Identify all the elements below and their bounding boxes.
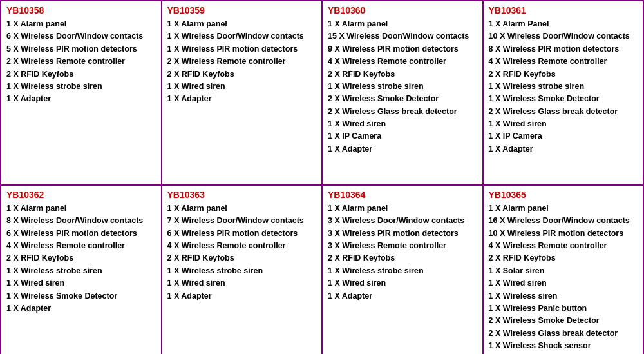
list-item: 5 X Wireless PIR motion detectors xyxy=(6,43,156,55)
list-item: 1 X Wireless strobe siren xyxy=(6,81,156,93)
list-item: 1 X Alarm Panel xyxy=(489,18,638,30)
list-item: 1 X Adapter xyxy=(167,290,317,302)
cell-YB10361: YB103611 X Alarm Panel10 X Wireless Door… xyxy=(484,1,645,186)
list-item: 1 X Wireless Smoke Detector xyxy=(6,290,156,302)
list-item: 10 X Wireless PIR motion detectors xyxy=(489,228,638,240)
list-item: 1 X Wired siren xyxy=(489,118,638,130)
list-item: 1 X Wireless Door/Window contacts xyxy=(167,30,317,43)
list-item: 3 X Wireless Door/Window contacts xyxy=(328,215,477,227)
list-item: 1 X Wired siren xyxy=(489,277,638,290)
cell-YB10358: YB103581 X Alarm panel6 X Wireless Door/… xyxy=(1,1,162,186)
list-item: 1 X Solar siren xyxy=(489,265,638,277)
list-item: 1 X Adapter xyxy=(6,93,156,105)
list-item: 2 X Wireless Glass break detector xyxy=(328,106,477,118)
list-item: 2 X Wireless Smoke Detector xyxy=(489,315,638,327)
list-item: 1 X Wired siren xyxy=(6,277,156,290)
list-item: 2 X Wireless Smoke Detector xyxy=(328,93,477,105)
list-item: 9 X Wireless PIR motion detectors xyxy=(328,43,477,55)
list-item: 2 X RFID Keyfobs xyxy=(6,252,156,264)
list-item: 1 X Alarm panel xyxy=(167,18,317,30)
cell-title-YB10362: YB10362 xyxy=(6,190,156,200)
list-item: 6 X Wireless PIR motion detectors xyxy=(167,228,317,240)
cell-YB10365: YB103651 X Alarm panel16 X Wireless Door… xyxy=(484,186,645,354)
list-item: 2 X RFID Keyfobs xyxy=(328,252,477,264)
list-item: 1 X Alarm panel xyxy=(167,202,317,215)
list-item: 4 X Wireless Remote controller xyxy=(489,55,638,68)
list-item: 2 X RFID Keyfobs xyxy=(167,68,317,81)
list-item: 6 X Wireless PIR motion detectors xyxy=(6,228,156,240)
cell-title-YB10358: YB10358 xyxy=(6,5,156,15)
list-item: 2 X RFID Keyfobs xyxy=(489,68,638,81)
list-item: 8 X Wireless PIR motion detectors xyxy=(489,43,638,55)
list-item: 3 X Wireless Remote controller xyxy=(328,240,477,252)
cell-title-YB10359: YB10359 xyxy=(167,5,317,15)
list-item: 1 X Wireless strobe siren xyxy=(328,265,477,277)
list-item: 1 X IP Camera xyxy=(489,130,638,143)
list-item: 1 X Wireless strobe siren xyxy=(328,81,477,93)
list-item: 1 X Alarm panel xyxy=(328,202,477,215)
cell-YB10364: YB103641 X Alarm panel3 X Wireless Door/… xyxy=(323,186,484,354)
main-grid: YB103581 X Alarm panel6 X Wireless Door/… xyxy=(0,0,644,354)
list-item: 2 X Wireless Remote controller xyxy=(6,55,156,68)
list-item: 1 X IP Camera xyxy=(328,130,477,143)
list-item: 1 X Wireless strobe siren xyxy=(167,265,317,277)
cell-title-YB10360: YB10360 xyxy=(328,5,477,15)
list-item: 3 X Wireless PIR motion detectors xyxy=(328,228,477,240)
list-item: 1 X Wireless strobe siren xyxy=(6,265,156,277)
list-item: 1 X Alarm panel xyxy=(328,18,477,30)
list-item: 4 X Wireless Remote controller xyxy=(6,240,156,252)
list-item: 1 X Adapter xyxy=(167,93,317,105)
list-item: 4 X Wireless Remote controller xyxy=(167,240,317,252)
list-item: 2 X RFID Keyfobs xyxy=(489,252,638,264)
list-item: 1 X Wireless strobe siren xyxy=(489,81,638,93)
list-item: 2 X Wireless Glass break detector xyxy=(489,328,638,340)
list-item: 1 X Alarm panel xyxy=(6,18,156,30)
cell-title-YB10364: YB10364 xyxy=(328,190,477,200)
list-item: 15 X Wireless Door/Window contacts xyxy=(328,30,477,43)
list-item: 1 X Wired siren xyxy=(167,277,317,290)
list-item: 2 X RFID Keyfobs xyxy=(328,68,477,81)
list-item: 7 X Wireless Door/Window contacts xyxy=(167,215,317,227)
list-item: 1 X Alarm panel xyxy=(6,202,156,215)
list-item: 1 X Wired siren xyxy=(328,118,477,130)
list-item: 1 X Wireless siren xyxy=(489,290,638,302)
cell-YB10360: YB103601 X Alarm panel15 X Wireless Door… xyxy=(323,1,484,186)
list-item: 2 X RFID Keyfobs xyxy=(6,68,156,81)
list-item: 2 X RFID Keyfobs xyxy=(167,252,317,264)
list-item: 1 X Wired siren xyxy=(328,277,477,290)
list-item: 10 X Wireless Door/Window contacts xyxy=(489,30,638,43)
list-item: 1 X Wireless Smoke Detector xyxy=(489,93,638,105)
cell-title-YB10363: YB10363 xyxy=(167,190,317,200)
cell-YB10362: YB103621 X Alarm panel8 X Wireless Door/… xyxy=(1,186,162,354)
list-item: 2 X Wireless Glass break detector xyxy=(489,106,638,118)
list-item: 1 X Adapter xyxy=(489,143,638,155)
list-item: 1 X Wireless PIR motion detectors xyxy=(167,43,317,55)
list-item: 1 X Adapter xyxy=(328,143,477,155)
list-item: 4 X Wireless Remote controller xyxy=(328,55,477,68)
cell-title-YB10365: YB10365 xyxy=(489,190,638,200)
list-item: 1 X Adapter xyxy=(328,290,477,302)
list-item: 1 X Alarm panel xyxy=(489,202,638,215)
list-item: 16 X Wireless Door/Window contacts xyxy=(489,215,638,227)
cell-YB10359: YB103591 X Alarm panel1 X Wireless Door/… xyxy=(162,1,323,186)
list-item: 1 X Adapter xyxy=(6,302,156,315)
list-item: 1 X Wireless Panic button xyxy=(489,302,638,315)
cell-YB10363: YB103631 X Alarm panel7 X Wireless Door/… xyxy=(162,186,323,354)
list-item: 6 X Wireless Door/Window contacts xyxy=(6,30,156,43)
list-item: 8 X Wireless Door/Window contacts xyxy=(6,215,156,227)
list-item: 4 X Wireless Remote controller xyxy=(489,240,638,252)
list-item: 2 X Wireless Remote controller xyxy=(167,55,317,68)
cell-title-YB10361: YB10361 xyxy=(489,5,638,15)
list-item: 1 X Wired siren xyxy=(167,81,317,93)
list-item: 1 X Wireless Shock sensor xyxy=(489,340,638,352)
